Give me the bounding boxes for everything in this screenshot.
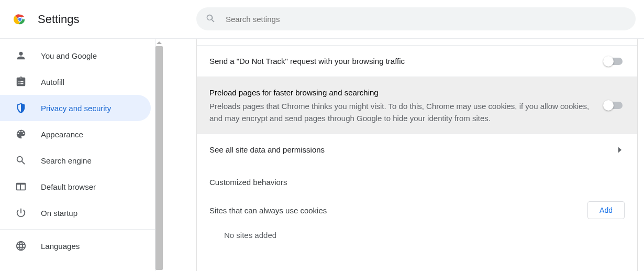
sidebar-item-privacy-security[interactable]: Privacy and security — [0, 95, 151, 121]
sidebar-item-autofill[interactable]: Autofill — [0, 69, 151, 95]
sidebar-item-default-browser[interactable]: Default browser — [0, 174, 151, 200]
clipboard-icon — [15, 75, 27, 88]
page-title: Settings — [38, 13, 80, 26]
row-title: See all site data and permissions — [209, 144, 605, 156]
row-title: Send a "Do Not Track" request with your … — [209, 55, 594, 67]
sidebar-scrollbar[interactable] — [156, 39, 163, 271]
row-do-not-track[interactable]: Send a "Do Not Track" request with your … — [197, 46, 637, 77]
row-label: Sites that can always use cookies — [209, 206, 327, 215]
sidebar-item-label: Default browser — [41, 182, 96, 191]
toggle-preload-pages[interactable] — [605, 102, 623, 109]
toggle-do-not-track[interactable] — [605, 58, 623, 65]
sidebar-item-appearance[interactable]: Appearance — [0, 121, 151, 147]
sidebar: You and Google Autofill Privacy and secu… — [0, 39, 163, 271]
row-title: Preload pages for faster browsing and se… — [209, 86, 594, 99]
globe-icon — [15, 240, 27, 252]
sidebar-item-label: Search engine — [41, 156, 92, 165]
section-heading-customized-behaviors: Customized behaviors — [197, 165, 637, 189]
empty-sites-message: No sites added — [197, 220, 637, 240]
row-see-all-site-data[interactable]: See all site data and permissions — [197, 134, 637, 165]
sidebar-item-you-and-google[interactable]: You and Google — [0, 42, 151, 69]
shield-icon — [15, 102, 27, 114]
chrome-logo-icon — [13, 12, 27, 27]
sidebar-item-on-startup[interactable]: On startup — [0, 200, 151, 226]
sidebar-item-languages[interactable]: Languages — [0, 233, 151, 259]
search-bar[interactable] — [196, 7, 636, 30]
search-input[interactable] — [226, 7, 626, 30]
sidebar-separator — [0, 229, 155, 230]
sidebar-item-label: Languages — [41, 242, 80, 251]
row-sites-always-cookies: Sites that can always use cookies Add — [197, 189, 637, 220]
main-content: Send a "Do Not Track" request with your … — [163, 39, 644, 271]
scroll-up-icon — [157, 41, 162, 44]
sidebar-item-label: Privacy and security — [41, 104, 111, 113]
row-preload-pages[interactable]: Preload pages for faster browsing and se… — [197, 77, 637, 134]
power-icon — [15, 207, 27, 219]
header: Settings — [0, 0, 644, 39]
search-icon — [206, 14, 216, 24]
sidebar-item-label: On startup — [41, 209, 77, 218]
scrollbar-thumb[interactable] — [156, 46, 163, 270]
chevron-right-icon — [615, 145, 625, 155]
sidebar-item-label: Appearance — [41, 130, 83, 139]
palette-icon — [15, 128, 27, 140]
add-button[interactable]: Add — [587, 201, 625, 219]
sidebar-item-label: You and Google — [41, 51, 97, 60]
user-icon — [15, 49, 27, 62]
sidebar-item-search-engine[interactable]: Search engine — [0, 147, 151, 174]
row-subtitle: Preloads pages that Chrome thinks you mi… — [209, 100, 594, 125]
browser-icon — [15, 180, 27, 193]
search-icon — [15, 154, 27, 167]
sidebar-item-label: Autofill — [41, 78, 64, 86]
